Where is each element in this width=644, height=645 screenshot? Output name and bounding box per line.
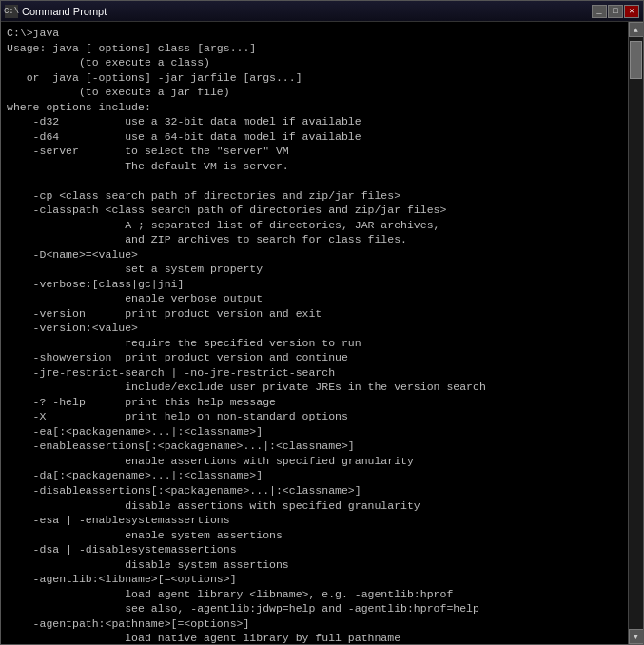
command-prompt-window: C:\ Command Prompt _ □ ✕ C:\>java Usage:… — [0, 0, 644, 645]
window-icon: C:\ — [5, 5, 18, 18]
window-title: Command Prompt — [22, 6, 107, 17]
title-bar: C:\ Command Prompt _ □ ✕ — [1, 1, 643, 22]
minimize-button[interactable]: _ — [592, 5, 607, 18]
scrollbar-thumb[interactable] — [630, 41, 642, 79]
scroll-down-button[interactable]: ▼ — [629, 629, 644, 644]
window-controls: _ □ ✕ — [592, 5, 639, 18]
terminal-area: C:\>java Usage: java [-options] class [a… — [1, 22, 643, 644]
terminal-output[interactable]: C:\>java Usage: java [-options] class [a… — [1, 22, 628, 644]
close-button[interactable]: ✕ — [624, 5, 639, 18]
scrollbar-track[interactable] — [629, 37, 643, 629]
title-bar-left: C:\ Command Prompt — [5, 5, 107, 18]
maximize-button[interactable]: □ — [608, 5, 623, 18]
scroll-up-button[interactable]: ▲ — [629, 22, 644, 37]
scrollbar: ▲ ▼ — [628, 22, 643, 644]
